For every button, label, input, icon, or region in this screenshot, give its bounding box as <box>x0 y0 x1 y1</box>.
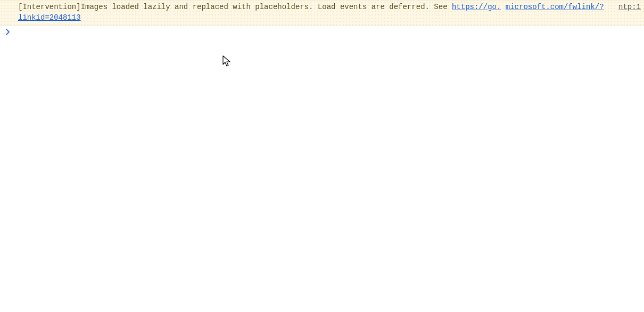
warning-link-part1[interactable]: https://go. <box>452 3 501 11</box>
warning-body-text: Images loaded lazily and replaced with p… <box>81 3 452 11</box>
console-warning-row[interactable]: [Intervention]Images loaded lazily and r… <box>0 0 644 26</box>
warning-source: ntp:1 <box>609 2 641 12</box>
prompt-icon-column <box>3 28 13 35</box>
chevron-right-icon <box>5 29 11 35</box>
console-prompt-row[interactable] <box>0 26 644 36</box>
console-input[interactable] <box>13 28 641 36</box>
warning-message: [Intervention]Images loaded lazily and r… <box>18 2 609 23</box>
warning-prefix: [Intervention] <box>18 3 81 11</box>
cursor-arrow-icon <box>222 55 232 68</box>
console-panel: [Intervention]Images loaded lazily and r… <box>0 0 644 36</box>
warning-source-link[interactable]: ntp:1 <box>618 3 641 11</box>
